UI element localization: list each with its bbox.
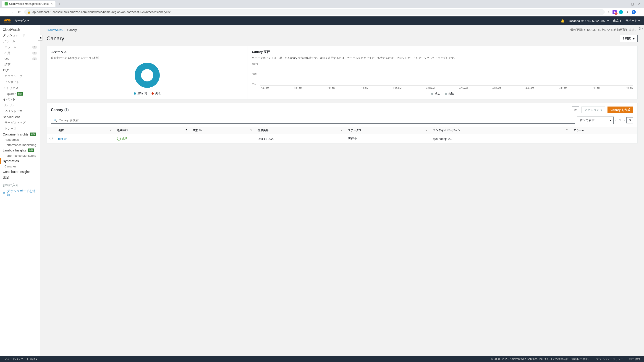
settings-gear-button[interactable]: ⚙: [626, 117, 633, 123]
browser-chrome: CloudWatch Management Conso × + — ▢ ✕ ← …: [0, 0, 644, 16]
sidebar-lambda-insights[interactable]: Lambda Insights 新規: [0, 148, 40, 153]
canary-name-link[interactable]: test-url: [58, 137, 67, 140]
sidebar-log-groups[interactable]: ロググループ: [0, 73, 40, 79]
search-icon: 🔍: [54, 119, 57, 122]
status-donut-chart[interactable]: [135, 63, 160, 88]
terms-link[interactable]: 利用規約: [629, 357, 640, 361]
gear-icon: ⚙: [628, 119, 631, 122]
sidebar-favorites: お気に入り: [0, 182, 40, 188]
sidebar-events-rules[interactable]: ルール: [0, 102, 40, 108]
last-update-text: 最終更新: 5:40 AM。60 秒ごとに自動更新します。: [570, 28, 638, 32]
breadcrumb-current: Canary: [67, 28, 77, 32]
privacy-link[interactable]: プライバシーポリシー: [596, 357, 624, 361]
extension-icon[interactable]: ◆: [612, 10, 616, 14]
sidebar-add-dashboard[interactable]: ダッシュボードを追加: [0, 188, 40, 198]
sidebar-lambda-perf[interactable]: Performance Monitoring: [0, 153, 40, 158]
sidebar-alarm[interactable]: アラーム: [0, 38, 40, 44]
sidebar-settings[interactable]: 設定: [0, 174, 40, 180]
language-select[interactable]: 日本語 ▾: [27, 357, 37, 361]
actions-button[interactable]: アクション ▾: [582, 106, 605, 113]
url-text: ap-northeast-1.console.aws.amazon.com/cl…: [32, 10, 170, 14]
browser-menu-icon[interactable]: ⋮: [638, 10, 642, 14]
aws-logo[interactable]: aws: [4, 18, 11, 23]
sidebar-servicelens-map[interactable]: サービスマップ: [0, 120, 40, 126]
sidebar-metrics-explorer[interactable]: Explorer 新規: [0, 91, 40, 96]
sidebar-container-resources[interactable]: Resources: [0, 137, 40, 142]
sidebar-metrics[interactable]: メトリクス: [0, 85, 40, 91]
sidebar-log[interactable]: ログ: [0, 67, 40, 73]
support-menu[interactable]: サポート ▾: [626, 19, 640, 23]
last-run-status: 成功: [117, 137, 187, 141]
feedback-link[interactable]: フィードバック: [4, 357, 23, 361]
extensions-menu-icon[interactable]: ✦: [625, 10, 630, 14]
legend-exec-success: 成功: [431, 92, 440, 96]
extension-icons: ☆ ◆ ✦ h ⋮: [607, 10, 642, 14]
new-tab-button[interactable]: +: [57, 1, 62, 6]
status-panel-desc: 現在実行中の Canary のステータス配分: [51, 56, 244, 60]
services-menu[interactable]: サービス ▾: [15, 19, 29, 23]
tab-close-icon[interactable]: ×: [51, 2, 52, 6]
info-icon[interactable]: ⓘ: [639, 26, 643, 31]
back-button[interactable]: ←: [2, 9, 7, 14]
canary-list-title: Canary (1): [51, 108, 69, 112]
sidebar-events[interactable]: イベント: [0, 96, 40, 102]
bookmark-star-icon[interactable]: ☆: [607, 10, 610, 14]
chevron-right-icon: ›: [64, 28, 65, 32]
lock-icon: 🔒: [27, 10, 30, 14]
create-canary-button[interactable]: Canary を作成: [608, 106, 633, 113]
breadcrumb-root[interactable]: CloudWatch: [46, 28, 62, 32]
forward-button[interactable]: →: [10, 9, 14, 14]
url-box[interactable]: 🔒 ap-northeast-1.console.aws.amazon.com/…: [24, 9, 605, 14]
reload-button[interactable]: ⟳: [17, 9, 22, 14]
notifications-icon[interactable]: 🔔: [561, 19, 564, 22]
sidebar-dashboard[interactable]: ダッシュボード: [0, 32, 40, 38]
legend-success: 成功 (1): [134, 91, 147, 95]
sidebar-alarm-billing[interactable]: 請求: [0, 61, 40, 67]
browser-tab[interactable]: CloudWatch Management Conso ×: [2, 1, 56, 7]
prev-page-icon[interactable]: ‹: [616, 119, 616, 122]
tab-favicon: [4, 2, 8, 5]
main-content: ⓘ CloudWatch › Canary 最終更新: 5:40 AM。60 秒…: [40, 25, 644, 356]
sidebar-events-eventbus[interactable]: イベントバス: [0, 108, 40, 114]
legend-fail: 失敗: [152, 91, 161, 95]
copyright: © 2008 - 2020, Amazon Web Services, Inc.…: [491, 357, 590, 361]
breadcrumb: CloudWatch › Canary 最終更新: 5:40 AM。60 秒ごと…: [46, 28, 638, 32]
chevron-down-icon: ▾: [610, 119, 611, 122]
account-menu[interactable]: kazaana @ 5769-5092-0858 ▾: [569, 19, 609, 22]
time-range-select[interactable]: 3 時間 ▾: [620, 35, 638, 42]
sidebar-alarm-alarm[interactable]: アラーム0: [0, 44, 40, 50]
exec-plot-area[interactable]: [260, 63, 633, 85]
chevron-down-icon: ▾: [633, 37, 635, 40]
sidebar-container-perf[interactable]: Performance monitoring: [0, 142, 40, 148]
row-radio[interactable]: [50, 137, 53, 140]
sidebar-collapse-button[interactable]: ◀: [38, 35, 42, 41]
close-window-icon[interactable]: ✕: [638, 2, 641, 6]
sidebar-synthetics[interactable]: Synthetics: [0, 158, 40, 164]
sidebar-servicelens-traces[interactable]: トレース: [0, 126, 40, 132]
exec-panel-desc: 各データポイントは、単一の Canary 実行の集計です。詳細を表示するには、カ…: [252, 56, 633, 60]
filter-select[interactable]: すべて表示▾: [577, 117, 614, 124]
sidebar-servicelens[interactable]: ServiceLens: [0, 114, 40, 120]
sidebar-container-insights[interactable]: Container Insights 新規: [0, 132, 40, 137]
search-input[interactable]: 🔍: [51, 117, 575, 124]
sidebar-canaries[interactable]: Canaries: [0, 164, 40, 169]
chevron-down-icon: ▾: [601, 108, 602, 112]
extension-icon[interactable]: [619, 10, 623, 14]
sidebar-log-insights[interactable]: インサイト: [0, 79, 40, 85]
address-bar: ← → ⟳ 🔒 ap-northeast-1.console.aws.amazo…: [0, 8, 644, 16]
aws-top-nav: aws サービス ▾ 🔔 kazaana @ 5769-5092-0858 ▾ …: [0, 16, 644, 25]
refresh-icon: ⟳: [574, 108, 577, 112]
maximize-icon[interactable]: ▢: [631, 2, 634, 6]
sidebar-cloudwatch[interactable]: CloudWatch: [0, 27, 40, 32]
table-row[interactable]: test-url 成功 - Dec 11 2020 実行中 syn-nodejs…: [47, 134, 638, 143]
next-page-icon[interactable]: ›: [624, 119, 624, 122]
refresh-button[interactable]: ⟳: [572, 106, 579, 113]
profile-avatar[interactable]: h: [632, 10, 636, 14]
minimize-icon[interactable]: —: [624, 2, 627, 6]
sidebar-alarm-insufficient[interactable]: 不足0: [0, 50, 40, 56]
sidebar: CloudWatch ダッシュボード アラーム アラーム0 不足0 OK0 請求…: [0, 25, 40, 356]
region-menu[interactable]: 東京 ▾: [613, 19, 622, 23]
tab-bar: CloudWatch Management Conso × + — ▢ ✕: [0, 0, 644, 8]
sidebar-alarm-ok[interactable]: OK0: [0, 56, 40, 61]
sidebar-contributor[interactable]: Contributor Insights: [0, 169, 40, 174]
